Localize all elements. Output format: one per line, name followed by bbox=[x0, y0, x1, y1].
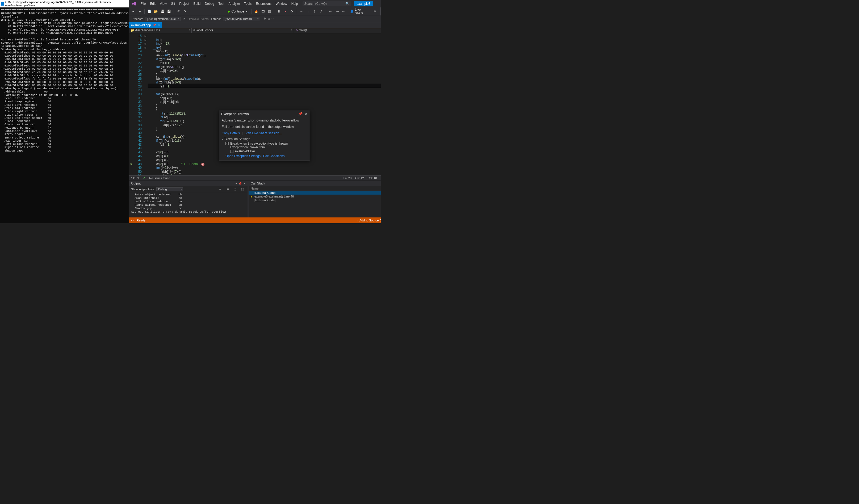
line-number-gutter: 1516171819202122232425262728293031323334… bbox=[129, 33, 145, 175]
continue-button[interactable]: ▶ Continue ▾ bbox=[226, 9, 250, 14]
module-checkbox[interactable] bbox=[230, 150, 233, 153]
edit-conditions-link[interactable]: Edit Conditions bbox=[263, 154, 285, 158]
output-tool-btn[interactable]: ≣ bbox=[225, 186, 230, 192]
menu-file[interactable]: File bbox=[138, 1, 148, 7]
module-label: example3.exe bbox=[235, 149, 255, 153]
check-icon: ✔ bbox=[143, 176, 146, 180]
copy-details-link[interactable]: Copy Details bbox=[222, 131, 240, 135]
process-label: Process: bbox=[132, 17, 143, 20]
add-to-source-control[interactable]: ↑ Add to Source Control ▴ bbox=[357, 218, 381, 222]
thread-dropdown[interactable]: [36468] Main Thread bbox=[223, 17, 260, 21]
menu-tools[interactable]: Tools bbox=[242, 1, 254, 7]
save-all-button[interactable]: 💾 bbox=[166, 9, 172, 14]
dbg-tool2-button[interactable]: ⋯ bbox=[334, 9, 340, 14]
pin-popup-icon[interactable]: 📌 bbox=[298, 112, 303, 116]
issues-text[interactable]: No issues found bbox=[149, 177, 170, 180]
tab-example3-cpp[interactable]: example3.cpp 📌 ✕ bbox=[129, 22, 162, 28]
menu-view[interactable]: View bbox=[158, 1, 169, 7]
console-output: ========================================… bbox=[0, 7, 129, 223]
nav-back-button[interactable]: ◄ bbox=[131, 9, 136, 14]
break-when-label: Break when this exception type is thrown bbox=[230, 142, 288, 146]
start-live-share-link[interactable]: Start Live Share session... bbox=[245, 131, 282, 135]
search-placeholder: Search (Ctrl+Q) bbox=[304, 2, 327, 5]
undo-button[interactable]: ↶ bbox=[176, 9, 181, 14]
panel-dropdown-icon[interactable]: ▾ bbox=[236, 182, 237, 185]
save-button[interactable]: 💾 bbox=[160, 9, 165, 14]
toolbox-button[interactable]: 🗔 bbox=[260, 9, 266, 14]
project-scope-dropdown[interactable]: 📁Miscellaneous Files bbox=[129, 28, 192, 33]
menu-edit[interactable]: Edit bbox=[148, 1, 158, 7]
cursor-char: Ch: 12 bbox=[355, 177, 364, 180]
zoom-level[interactable]: 111 % bbox=[131, 177, 139, 180]
status-ready: Ready bbox=[137, 219, 146, 222]
step-into-button[interactable]: ↓ bbox=[305, 9, 311, 14]
exception-title: Exception Thrown bbox=[221, 112, 249, 116]
callstack-row[interactable]: ▶example3.exe!main() Line 48C++ bbox=[248, 195, 381, 198]
main-statusbar: ▭ Ready ↑ Add to Source Control ▴ 🔔2 bbox=[129, 217, 381, 223]
open-exception-settings-link[interactable]: Open Exception Settings bbox=[225, 154, 260, 158]
hot-reload-button[interactable]: 🔥 bbox=[253, 9, 259, 14]
menu-debug[interactable]: Debug bbox=[202, 1, 216, 7]
feedback-button[interactable]: ⚐ bbox=[372, 9, 378, 14]
visual-studio-window: FileEditViewGitProjectBuildDebugTestAnal… bbox=[129, 0, 381, 223]
code-editor[interactable]: 1516171819202122232425262728293031323334… bbox=[129, 33, 381, 175]
menu-project[interactable]: Project bbox=[177, 1, 191, 7]
exception-message: Address Sanitizer Error: dynamic-stack-b… bbox=[222, 119, 307, 122]
menu-extensions[interactable]: Extensions bbox=[254, 1, 274, 7]
quick-search[interactable]: Search (Ctrl+Q) 🔍 bbox=[303, 1, 351, 6]
nav-fwd-button[interactable]: ► bbox=[137, 9, 143, 14]
redo-button[interactable]: ↷ bbox=[182, 9, 188, 14]
output-source-dropdown[interactable]: Debug bbox=[156, 187, 183, 191]
output-body[interactable]: Intra object redzone: bb ASan internal: … bbox=[129, 192, 247, 217]
fold-gutter[interactable]: ⊟⊟⊟⊟ bbox=[145, 33, 148, 175]
step-out-button[interactable]: ⤴ bbox=[318, 9, 324, 14]
exception-hint: Full error details can be found in the o… bbox=[222, 125, 307, 129]
menu-analyze[interactable]: Analyze bbox=[227, 1, 242, 7]
callstack-row[interactable]: [External Code] bbox=[248, 198, 381, 202]
menu-help[interactable]: Help bbox=[289, 1, 300, 7]
dbg-tool-button[interactable]: ⋯ bbox=[328, 9, 333, 14]
console-window: C:\MSDN\cpp-docs-pr\docs\c-language\ASAN… bbox=[0, 0, 129, 223]
output-tool-btn[interactable]: ≡ bbox=[217, 186, 223, 192]
col-name[interactable]: Name bbox=[251, 187, 258, 190]
close-tab-icon[interactable]: ✕ bbox=[157, 24, 160, 27]
search-icon: 🔍 bbox=[345, 2, 349, 5]
menu-test[interactable]: Test bbox=[216, 1, 227, 7]
status-icon: ▭ bbox=[131, 218, 134, 222]
pin-icon[interactable]: 📌 bbox=[153, 24, 156, 27]
step-next-button[interactable]: → bbox=[299, 9, 304, 14]
thread-label: Thread: bbox=[211, 17, 221, 20]
panel-close-icon[interactable]: ✕ bbox=[243, 182, 245, 185]
function-scope-dropdown[interactable]: ⬘ main() bbox=[294, 28, 381, 33]
menu-git[interactable]: Git bbox=[169, 1, 177, 7]
live-share-button[interactable]: 👤 Live Share bbox=[348, 7, 371, 16]
process-dropdown[interactable]: [26908] example3.exe bbox=[145, 17, 181, 21]
panel-pin-icon[interactable]: 📌 bbox=[239, 182, 242, 185]
console-titlebar[interactable]: C:\MSDN\cpp-docs-pr\docs\c-language\ASAN… bbox=[0, 0, 129, 7]
dbg-tool3-button[interactable]: ⋯ bbox=[341, 9, 347, 14]
play-icon: ▶ bbox=[228, 10, 230, 13]
debug-target-bar: Process: [26908] example3.exe ⟳ Lifecycl… bbox=[129, 15, 381, 22]
callstack-body[interactable]: [External Code]▶example3.exe!main() Line… bbox=[248, 191, 381, 202]
minimize-button[interactable]: — bbox=[378, 1, 381, 7]
step-over-button[interactable]: ⤵ bbox=[312, 9, 317, 14]
output-tool-btn[interactable]: ⬚ bbox=[240, 186, 245, 192]
callstack-row[interactable]: [External Code] bbox=[248, 191, 381, 195]
break-all-button[interactable]: ⏸ bbox=[276, 9, 282, 14]
int-preview-badge: INT PREVIEW bbox=[380, 7, 381, 15]
menu-build[interactable]: Build bbox=[192, 1, 203, 7]
console-title-text: C:\MSDN\cpp-docs-pr\docs\c-language\ASAN… bbox=[5, 1, 127, 7]
close-popup-icon[interactable]: ✕ bbox=[305, 112, 307, 116]
break-when-checkbox[interactable] bbox=[225, 142, 229, 145]
menu-window[interactable]: Window bbox=[274, 1, 289, 7]
class-scope-dropdown[interactable]: (Global Scope) bbox=[192, 28, 294, 33]
lifecycle-events[interactable]: Lifecycle Events bbox=[187, 17, 208, 20]
show-output-from-label: Show output from: bbox=[131, 188, 155, 191]
tool-button[interactable]: ▦ bbox=[267, 9, 272, 14]
stop-button[interactable]: ■ bbox=[283, 9, 288, 14]
new-project-button[interactable]: 📄 bbox=[147, 9, 152, 14]
restart-button[interactable]: ⟳ bbox=[289, 9, 295, 14]
open-button[interactable]: 📂 bbox=[153, 9, 159, 14]
exception-settings-header[interactable]: Exception Settings bbox=[222, 137, 307, 141]
output-tool-btn[interactable]: ⬚ bbox=[232, 186, 238, 192]
